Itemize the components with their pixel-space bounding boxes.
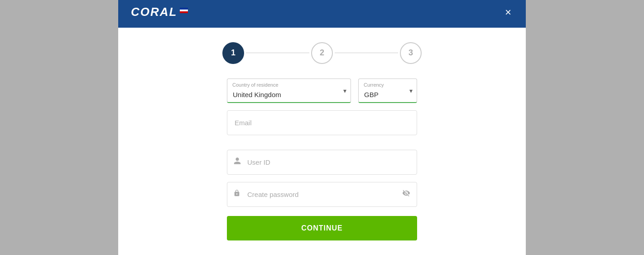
continue-button[interactable]: CONTINUE	[227, 216, 417, 240]
modal-body: 1 2 3 Country of residence United Kingdo…	[118, 28, 526, 255]
step-line-1	[246, 53, 309, 53]
email-container	[227, 110, 417, 142]
email-input[interactable]	[227, 110, 417, 135]
country-select[interactable]: United Kingdom Ireland Other	[227, 78, 351, 103]
logo-text: CORAL	[131, 5, 177, 19]
step-1-circle: 1	[222, 42, 244, 64]
country-currency-row: Country of residence United Kingdom Irel…	[227, 78, 417, 103]
logo: CORAL	[131, 5, 188, 19]
step-indicator: 1 2 3	[222, 42, 422, 64]
person-icon	[233, 157, 241, 167]
registration-modal: CORAL × 1 2 3 Country of residence	[118, 0, 526, 255]
close-button[interactable]: ×	[503, 5, 513, 20]
step-3-circle: 3	[400, 42, 422, 64]
currency-field: Currency GBP EUR USD ▾	[358, 78, 417, 103]
logo-flag-icon	[180, 8, 188, 13]
userid-container	[227, 150, 417, 175]
modal-header: CORAL ×	[118, 0, 526, 28]
currency-select[interactable]: GBP EUR USD	[358, 78, 417, 103]
password-container	[227, 182, 417, 207]
password-input[interactable]	[227, 182, 417, 207]
country-field: Country of residence United Kingdom Irel…	[227, 78, 351, 103]
lock-icon	[233, 189, 240, 200]
eye-slash-icon[interactable]	[402, 189, 411, 200]
userid-input[interactable]	[227, 150, 417, 175]
step-2-circle: 2	[311, 42, 333, 64]
step-line-2	[335, 53, 398, 53]
